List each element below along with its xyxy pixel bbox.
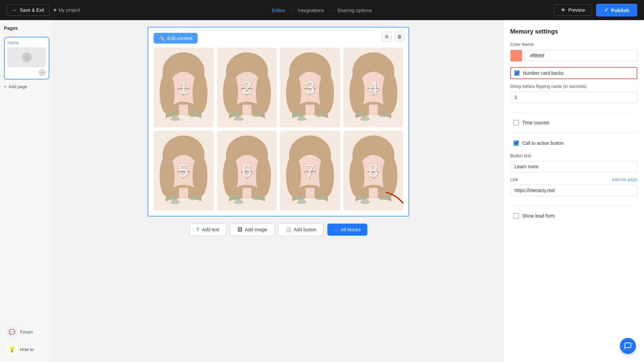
show-lead-form-row: Show lead form: [510, 210, 637, 221]
nav-integrations[interactable]: Integrations: [298, 7, 324, 13]
memory-card-1[interactable]: 1: [154, 48, 214, 127]
memory-card-3[interactable]: 3: [280, 48, 340, 127]
header-left: ← Save & Exit My project: [7, 4, 80, 16]
add-image-label: Add image: [245, 227, 267, 232]
sidebar-title: Pages: [4, 25, 49, 31]
call-to-action-label: Call to action button: [522, 140, 564, 146]
all-blocks-button[interactable]: ··· All blocks: [327, 224, 367, 236]
duplicate-button[interactable]: ⧉: [382, 32, 392, 42]
game-canvas: ✏️ Edit content ⧉ 🗑: [148, 27, 409, 217]
plus-icon: +: [4, 84, 7, 89]
call-to-action-checkbox[interactable]: [514, 140, 519, 146]
preview-button[interactable]: 👁 Preview: [554, 4, 592, 16]
page-thumbnail: ⌂: [7, 47, 46, 67]
link-label: Link: [510, 177, 518, 182]
forum-icon: 💬: [7, 326, 17, 337]
page-card-label: Home: [7, 40, 46, 45]
memory-card-7[interactable]: 7: [280, 131, 340, 210]
color-swatch[interactable]: [510, 50, 522, 62]
memory-card-2[interactable]: 2: [217, 48, 277, 127]
panel-title: Memory settings: [510, 28, 637, 35]
add-button-button[interactable]: ⬜ Add button: [278, 223, 324, 236]
edit-content-label: Edit content: [167, 36, 192, 41]
pencil-icon: ✏️: [159, 36, 165, 41]
memory-card-8[interactable]: 8: [343, 131, 404, 210]
color-input[interactable]: [526, 50, 637, 61]
sidebar-item-forum[interactable]: 💬 Forum: [4, 324, 49, 339]
project-dot: [54, 9, 56, 11]
nav-arrow-2: →: [328, 7, 333, 13]
show-lead-form-checkbox[interactable]: [514, 213, 519, 219]
nav-editor[interactable]: Editor: [272, 7, 285, 13]
delay-label: Delay before flipping cards (in seconds): [510, 84, 637, 89]
forum-label: Forum: [20, 329, 33, 335]
number-card-backs-row: Number card backs: [510, 67, 637, 79]
page-options-button[interactable]: ···: [39, 69, 46, 76]
header: ← Save & Exit My project Editor → Integr…: [0, 0, 644, 20]
publish-label: Publish: [611, 7, 629, 13]
svg-rect-6: [179, 105, 188, 117]
time-counter-checkbox[interactable]: [514, 120, 519, 125]
svg-rect-14: [242, 105, 251, 117]
chat-bubble-button[interactable]: [620, 338, 636, 354]
canvas-actions: ⧉ 🗑: [382, 32, 405, 42]
header-right: 👁 Preview ✓ Publish: [554, 4, 637, 16]
time-counter-row: Time counter: [510, 117, 637, 128]
call-to-action-row: Call to action button: [510, 138, 637, 148]
project-name: My project: [54, 7, 80, 13]
svg-rect-30: [369, 105, 378, 117]
content-area: ✏️ Edit content ⧉ 🗑: [54, 20, 503, 362]
cards-grid: 1: [154, 48, 403, 210]
svg-rect-46: [242, 188, 251, 200]
svg-rect-22: [306, 105, 315, 117]
nav-arrow-1: →: [289, 7, 294, 13]
button-text-input[interactable]: [510, 161, 637, 172]
delay-input[interactable]: [510, 92, 637, 103]
sidebar: Pages Home ⌂ ··· + Add page 💬 Forum 💡 Ho…: [0, 20, 54, 362]
check-icon: ✓: [604, 7, 608, 13]
image-icon: 🖼: [237, 227, 242, 232]
memory-card-5[interactable]: 5: [154, 131, 214, 210]
add-image-button[interactable]: 🖼 Add image: [230, 223, 274, 236]
color-theme-label: Color theme: [510, 42, 637, 47]
sidebar-bottom: 💬 Forum 💡 How to: [4, 324, 49, 357]
edit-content-button[interactable]: ✏️ Edit content: [154, 33, 198, 44]
delete-button[interactable]: 🗑: [394, 32, 405, 42]
divider-1: [510, 112, 637, 113]
button-text-label: Button text: [510, 153, 637, 158]
svg-rect-54: [306, 188, 315, 200]
memory-card-4[interactable]: 4: [343, 48, 404, 127]
page-card-home[interactable]: Home ⌂ ···: [4, 37, 49, 79]
publish-button[interactable]: ✓ Publish: [596, 4, 637, 16]
header-nav: Editor → Integrations → Sharing options: [272, 7, 372, 13]
add-page-button[interactable]: + Add page: [4, 83, 49, 90]
button-icon: ⬜: [285, 227, 291, 232]
divider-2: [510, 133, 637, 133]
all-blocks-label: All blocks: [341, 227, 361, 232]
page-thumb-icon: ⌂: [22, 52, 32, 62]
nav-sharing[interactable]: Sharing options: [337, 7, 372, 13]
chat-icon: [624, 342, 632, 350]
link-row: Link Internal page: [510, 177, 637, 182]
url-input[interactable]: [510, 185, 637, 196]
add-button-label: Add button: [294, 227, 317, 232]
svg-rect-62: [369, 188, 378, 200]
number-card-backs-label: Number card backs: [523, 70, 564, 76]
number-card-backs-checkbox[interactable]: [514, 70, 520, 76]
right-panel: Memory settings Color theme Number card …: [503, 20, 644, 362]
divider-3: [510, 205, 637, 206]
add-text-button[interactable]: T Add text: [190, 223, 226, 236]
svg-rect-38: [179, 188, 188, 200]
eye-icon: 👁: [561, 7, 566, 13]
add-page-label: Add page: [9, 84, 28, 89]
dots-icon: ···: [334, 227, 338, 232]
blocks-toolbar: T Add text 🖼 Add image ⬜ Add button ··· …: [190, 223, 367, 236]
save-exit-button[interactable]: ← Save & Exit: [7, 4, 50, 16]
memory-card-6[interactable]: 6: [217, 131, 277, 210]
link-internal-link[interactable]: Internal page: [612, 177, 637, 182]
save-exit-label: Save & Exit: [20, 7, 44, 13]
add-text-label: Add text: [202, 227, 219, 232]
time-counter-label: Time counter: [522, 120, 549, 125]
sidebar-item-howto[interactable]: 💡 How to: [4, 342, 49, 357]
color-row: [510, 50, 637, 62]
